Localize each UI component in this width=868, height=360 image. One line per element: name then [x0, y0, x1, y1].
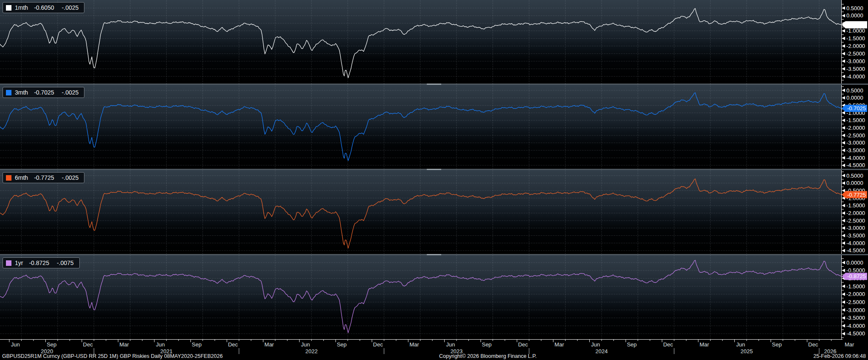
x-month-label: Sep: [192, 341, 202, 348]
y-axis-tick-arrow: [842, 75, 845, 78]
legend-3mth[interactable]: 3mth -0.7025 -.0025: [3, 87, 84, 98]
panel-background: [0, 85, 841, 169]
x-month-label: Dec: [83, 341, 93, 348]
y-axis-tick-label: -3.0000: [846, 225, 865, 231]
y-axis-tick-arrow: [842, 14, 845, 17]
x-month-label: Jun: [11, 341, 20, 348]
copyright-notice: Copyright© 2026 Bloomberg Finance L.P.: [439, 353, 537, 359]
y-axis-tick-label: -3.5000: [846, 147, 865, 153]
legend-swatch-6mth: [6, 175, 11, 181]
y-axis-tick-label: 0.0000: [846, 95, 863, 101]
separator-drag-handle-icon[interactable]: [427, 169, 441, 170]
x-month-label: Dec: [663, 341, 673, 348]
y-axis-tick-label: -2.5000: [846, 50, 865, 57]
panel-separator[interactable]: [0, 84, 868, 85]
y-axis-tick-arrow: [842, 181, 845, 185]
bloomberg-chart-window: 0.50000.0000-0.5000-1.0000-1.5000-2.0000…: [0, 0, 868, 360]
y-axis-tick-arrow: [842, 149, 845, 152]
y-axis-tick-arrow: [842, 285, 845, 288]
timestamp: 25-Feb-2026 09:06:48: [813, 353, 866, 359]
legend-last-value: -0.7725: [34, 174, 54, 181]
y-axis-tick-label: -3.0000: [846, 307, 865, 313]
y-axis-tick-arrow: [842, 29, 845, 33]
legend-6mth[interactable]: 6mth -0.7725 -.0025: [3, 172, 84, 183]
y-axis-tick-arrow: [842, 204, 845, 207]
x-month-label: Sep: [337, 341, 347, 348]
x-month-label: Jun: [156, 341, 165, 348]
y-axis-tick-label: 0.5000: [846, 5, 863, 11]
y-axis-tick-arrow: [842, 59, 845, 63]
panel-background: [0, 0, 841, 84]
plot-1yr: 0.0000-0.5000-1.0000-1.5000-2.0000-2.500…: [0, 255, 868, 339]
y-axis-tick-arrow: [842, 134, 845, 137]
y-axis-tick-label: -2.5000: [846, 218, 865, 224]
x-month-label: Mar: [845, 341, 854, 348]
y-axis-tick-label: -2.0000: [846, 43, 865, 49]
y-axis-tick-label: -1.5000: [846, 202, 865, 209]
legend-1mth[interactable]: 1mth -0.6050 -.0025: [3, 2, 84, 13]
y-axis-tick-arrow: [842, 37, 845, 40]
y-axis-tick-label: 0.0000: [846, 180, 863, 186]
y-axis-tick-arrow: [842, 96, 845, 100]
y-axis-tick-label: -4.5000: [846, 162, 865, 168]
last-price-pill-label: -0.6050: [847, 22, 866, 28]
x-month-label: Jun: [446, 341, 455, 348]
y-axis-tick-arrow: [842, 6, 845, 10]
y-axis-tick-label: -0.5000: [846, 267, 865, 273]
y-axis-tick-label: -4.5000: [846, 247, 865, 254]
x-month-label: Sep: [627, 341, 637, 348]
legend-change: -.0025: [62, 174, 79, 181]
x-month-label: Dec: [808, 341, 818, 348]
panel-separator[interactable]: [0, 254, 868, 255]
panel-1yr: 0.0000-0.5000-1.0000-1.5000-2.0000-2.500…: [0, 255, 868, 339]
y-axis-tick-label: -1.5000: [846, 117, 865, 123]
separator-drag-handle-icon[interactable]: [427, 84, 441, 85]
panel-separator[interactable]: [0, 169, 868, 170]
separator-drag-handle-icon[interactable]: [427, 254, 441, 255]
legend-series-name: 1yr: [15, 260, 23, 266]
y-axis-tick-arrow: [842, 308, 845, 312]
y-axis-tick-label: 0.0000: [846, 260, 863, 266]
panel-background: [0, 170, 841, 254]
y-axis-tick-arrow: [842, 164, 845, 167]
x-month-label: Jun: [591, 341, 600, 348]
last-price-pill-label: -0.7725: [847, 192, 866, 198]
x-month-label: Sep: [482, 341, 492, 348]
panel-1mth: 0.50000.0000-0.5000-1.0000-1.5000-2.0000…: [0, 0, 868, 84]
y-axis-tick-arrow: [842, 111, 845, 114]
legend-last-value: -0.8725: [29, 260, 49, 266]
y-axis-tick-label: -3.5000: [846, 315, 865, 321]
y-axis-tick-arrow: [842, 226, 845, 230]
x-month-label: Mar: [119, 341, 129, 348]
y-axis-tick-arrow: [842, 45, 845, 48]
y-axis-tick-arrow: [842, 300, 845, 304]
y-axis-tick-arrow: [842, 241, 845, 245]
last-price-pill-label: -0.7025: [847, 105, 866, 112]
y-axis-tick-label: -2.0000: [846, 125, 865, 131]
y-axis-tick-arrow: [842, 293, 845, 296]
y-axis-tick-arrow: [842, 316, 845, 320]
y-axis-tick-arrow: [842, 324, 845, 327]
y-axis-tick-label: 0.0000: [846, 12, 863, 19]
x-month-label: Sep: [47, 341, 56, 348]
y-axis-tick-arrow: [842, 156, 845, 159]
panel-6mth: 0.50000.0000-0.5000-1.0000-1.5000-2.0000…: [0, 170, 868, 254]
y-axis-tick-label: -3.0000: [846, 140, 865, 146]
x-month-label: Mar: [700, 341, 709, 348]
y-axis-tick-label: 0.5000: [846, 173, 863, 179]
plot-1mth: 0.50000.0000-0.5000-1.0000-1.5000-2.0000…: [0, 0, 868, 84]
legend-1yr[interactable]: 1yr -0.8725 -.0075: [3, 257, 80, 268]
y-axis-tick-arrow: [842, 52, 845, 55]
x-month-label: Mar: [409, 341, 419, 348]
y-axis-tick-arrow: [842, 332, 845, 335]
y-axis-tick-arrow: [842, 269, 845, 272]
x-month-label: Sep: [772, 341, 782, 348]
legend-last-value: -0.7025: [34, 89, 54, 96]
status-bar: GBPUSD25R1M Curncy (GBP-USD RR 25D 1M) G…: [0, 353, 868, 360]
y-axis-tick-label: -3.0000: [846, 58, 865, 64]
x-month-label: Mar: [554, 341, 564, 348]
x-month-label: Mar: [264, 341, 274, 348]
panel-3mth: 0.50000.0000-0.5000-1.0000-1.5000-2.0000…: [0, 85, 868, 169]
y-axis-tick-label: -3.5000: [846, 66, 865, 72]
y-axis-tick-label: -3.5000: [846, 232, 865, 239]
